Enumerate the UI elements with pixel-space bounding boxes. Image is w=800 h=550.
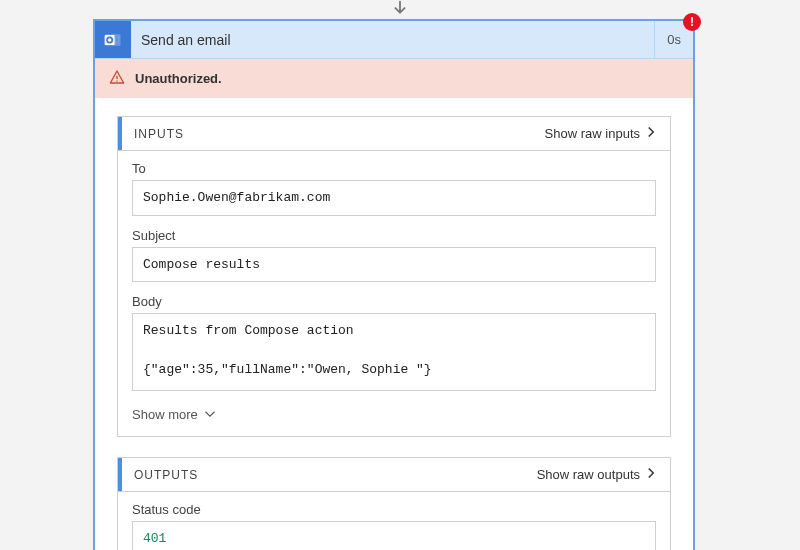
action-card: ! Send an email 0s Unauthorized.	[93, 19, 695, 550]
show-more-link[interactable]: Show more	[132, 403, 656, 422]
to-label: To	[132, 161, 656, 176]
body-label: Body	[132, 294, 656, 309]
show-more-label: Show more	[132, 407, 198, 422]
action-header[interactable]: Send an email 0s	[95, 21, 693, 59]
error-banner: Unauthorized.	[95, 59, 693, 98]
show-raw-outputs-label: Show raw outputs	[537, 467, 640, 482]
action-title: Send an email	[131, 21, 654, 58]
chevron-right-icon	[646, 126, 656, 141]
status-code-value[interactable]: 401	[132, 521, 656, 550]
show-raw-outputs-link[interactable]: Show raw outputs	[537, 467, 656, 482]
error-badge-icon: !	[683, 13, 701, 31]
show-raw-inputs-link[interactable]: Show raw inputs	[545, 126, 656, 141]
outputs-panel: OUTPUTS Show raw outputs Status code 401	[117, 457, 671, 550]
warning-icon	[109, 69, 125, 88]
to-value[interactable]: Sophie.Owen@fabrikam.com	[132, 180, 656, 216]
inputs-panel: INPUTS Show raw inputs To Sophie.Owen@fa…	[117, 116, 671, 437]
error-message: Unauthorized.	[135, 71, 222, 86]
outputs-title: OUTPUTS	[130, 468, 198, 482]
status-code-label: Status code	[132, 502, 656, 517]
subject-label: Subject	[132, 228, 656, 243]
outlook-icon	[95, 21, 131, 58]
body-value[interactable]: Results from Compose action {"age":35,"f…	[132, 313, 656, 391]
chevron-right-icon	[646, 467, 656, 482]
show-raw-inputs-label: Show raw inputs	[545, 126, 640, 141]
svg-point-4	[116, 80, 117, 81]
subject-value[interactable]: Compose results	[132, 247, 656, 283]
chevron-down-icon	[204, 407, 216, 422]
inputs-title: INPUTS	[130, 127, 184, 141]
